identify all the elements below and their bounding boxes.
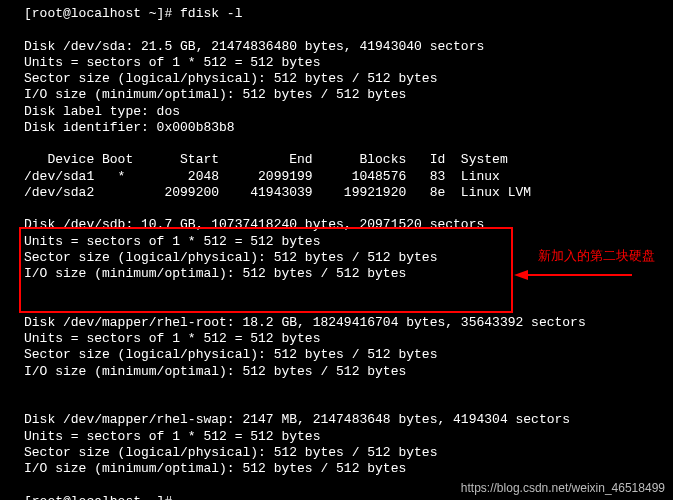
terminal-line: I/O size (minimum/optimal): 512 bytes / … [24,461,663,477]
terminal-line [24,282,663,298]
terminal-line: Disk /dev/mapper/rhel-root: 18.2 GB, 182… [24,315,663,331]
terminal-line: Disk /dev/sda: 21.5 GB, 21474836480 byte… [24,39,663,55]
terminal-line: I/O size (minimum/optimal): 512 bytes / … [24,364,663,380]
terminal-line [24,396,663,412]
terminal-line: Disk identifier: 0x000b83b8 [24,120,663,136]
terminal-line [24,136,663,152]
terminal-line [24,299,663,315]
terminal-line: Units = sectors of 1 * 512 = 512 bytes [24,429,663,445]
terminal-line [24,201,663,217]
terminal-line: Disk label type: dos [24,104,663,120]
terminal-line: /dev/sda2 2099200 41943039 19921920 8e L… [24,185,663,201]
annotation-label: 新加入的第二块硬盘 [538,248,655,264]
terminal-line: Units = sectors of 1 * 512 = 512 bytes [24,55,663,71]
terminal-line [24,380,663,396]
terminal-line: Units = sectors of 1 * 512 = 512 bytes [24,331,663,347]
terminal-line: [root@localhost ~]# fdisk -l [24,6,663,22]
terminal-line: Disk /dev/sdb: 10.7 GB, 10737418240 byte… [24,217,663,233]
terminal-line: I/O size (minimum/optimal): 512 bytes / … [24,87,663,103]
terminal-line: /dev/sda1 * 2048 2099199 1048576 83 Linu… [24,169,663,185]
terminal-line: Sector size (logical/physical): 512 byte… [24,347,663,363]
watermark: https://blog.csdn.net/weixin_46518499 [461,481,665,496]
terminal-line: I/O size (minimum/optimal): 512 bytes / … [24,266,663,282]
terminal-line [24,22,663,38]
terminal-line: Sector size (logical/physical): 512 byte… [24,71,663,87]
terminal-line: Disk /dev/mapper/rhel-swap: 2147 MB, 214… [24,412,663,428]
terminal-line: Sector size (logical/physical): 512 byte… [24,445,663,461]
terminal-line: Device Boot Start End Blocks Id System [24,152,663,168]
